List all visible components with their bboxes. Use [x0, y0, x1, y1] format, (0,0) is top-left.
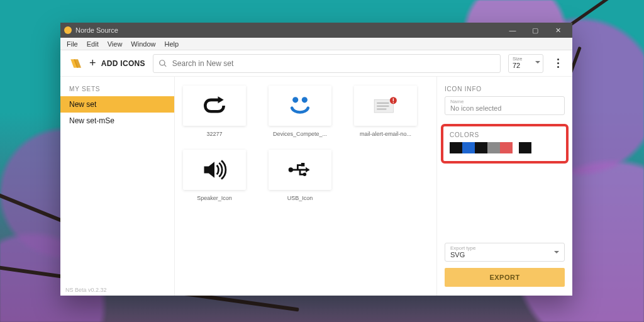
maximize-button[interactable]: ▢ — [525, 24, 546, 36]
color-swatch[interactable] — [487, 142, 500, 153]
icon-thumbnail — [269, 86, 331, 126]
overflow-menu-button[interactable] — [551, 54, 565, 73]
svg-rect-8 — [393, 103, 394, 103]
icon-thumbnail — [354, 86, 417, 126]
sidebar-item-label: New set — [69, 100, 96, 109]
menu-file[interactable]: File — [63, 39, 82, 49]
app-window: Norde Source — ▢ ✕ File Edit View Window… — [60, 23, 572, 296]
svg-point-0 — [292, 97, 298, 103]
mail-alert-icon — [372, 92, 399, 119]
export-button[interactable]: EXPORT — [445, 268, 565, 287]
window-title: Norde Source — [75, 26, 118, 34]
minimize-button[interactable]: — — [502, 24, 523, 36]
smile-icon — [286, 92, 314, 119]
colors-section-highlight: COLORS — [441, 124, 569, 164]
icon-name-field[interactable]: Name No icon selected — [445, 96, 565, 115]
menu-edit[interactable]: Edit — [83, 39, 103, 49]
size-select[interactable]: Size 72 — [508, 54, 543, 73]
icon-tile[interactable]: Speaker_Icon — [179, 150, 250, 201]
svg-point-1 — [302, 97, 308, 103]
icon-name: Devices_Compete_... — [273, 131, 327, 137]
icon-name: 32277 — [206, 131, 222, 137]
sidebar-item-set[interactable]: New set — [60, 96, 174, 113]
icon-tile[interactable]: mail-alert-email-no... — [350, 86, 421, 137]
icon-thumbnail — [183, 86, 246, 126]
icon-name: mail-alert-email-no... — [360, 131, 411, 137]
name-label: Name — [450, 99, 559, 104]
color-swatch[interactable] — [462, 142, 475, 153]
app-logo-icon — [68, 57, 82, 70]
icon-name: Speaker_Icon — [197, 195, 232, 201]
export-type-label: Export type — [450, 246, 559, 251]
menu-window[interactable]: Window — [127, 39, 159, 49]
refresh-icon — [201, 92, 228, 119]
titlebar[interactable]: Norde Source — ▢ ✕ — [60, 23, 572, 38]
chevron-down-icon — [535, 61, 540, 66]
menu-bar: File Edit View Window Help — [60, 38, 572, 50]
icon-tile[interactable]: Devices_Compete_... — [264, 86, 336, 137]
icon-tile[interactable]: USB_Icon — [264, 150, 336, 201]
add-icons-button[interactable]: + ADD ICONS — [89, 57, 145, 70]
color-swatch[interactable] — [475, 142, 487, 153]
toolbar: + ADD ICONS Size 72 — [60, 50, 572, 77]
export-button-label: EXPORT — [489, 274, 519, 281]
sidebar-item-label: New set-mSe — [69, 116, 114, 125]
icon-name: USB_Icon — [287, 195, 313, 201]
search-icon — [158, 59, 167, 68]
icon-tile[interactable]: 32277 — [179, 86, 250, 137]
export-type-select[interactable]: Export type SVG — [445, 243, 565, 262]
color-swatches — [450, 142, 560, 153]
inspector-panel: ICON INFO Name No icon selected COLORS E… — [436, 77, 572, 296]
export-type-value: SVG — [450, 251, 559, 258]
sidebar-item-set[interactable]: New set-mSe — [60, 113, 174, 129]
name-value: No icon selected — [450, 104, 559, 112]
svg-rect-11 — [301, 163, 305, 167]
icon-thumbnail — [269, 150, 331, 190]
app-icon — [64, 26, 72, 34]
add-icons-label: ADD ICONS — [101, 59, 145, 68]
close-button[interactable]: ✕ — [547, 24, 569, 36]
colors-heading: COLORS — [450, 131, 560, 138]
search-input[interactable] — [172, 59, 495, 68]
menu-view[interactable]: View — [104, 39, 126, 49]
icon-thumbnail — [183, 150, 246, 190]
version-label: NS Beta v0.2.32 — [65, 287, 107, 293]
usb-icon — [286, 156, 314, 184]
svg-rect-7 — [393, 98, 394, 101]
sidebar: MY SETS New set New set-mSe NS Beta v0.2… — [60, 77, 175, 296]
menu-help[interactable]: Help — [160, 39, 182, 49]
search-box[interactable] — [153, 54, 501, 73]
icon-info-heading: ICON INFO — [445, 86, 565, 92]
sidebar-heading: MY SETS — [60, 86, 174, 96]
color-swatch[interactable] — [519, 142, 531, 153]
icon-grid: 32277 Devices_Compete_... mail-alert-ema… — [175, 77, 436, 296]
plus-icon: + — [89, 57, 96, 70]
color-swatch[interactable] — [500, 142, 513, 153]
svg-point-12 — [303, 173, 307, 177]
color-swatch[interactable] — [450, 142, 462, 153]
chevron-down-icon — [554, 251, 559, 256]
speaker-icon — [201, 156, 228, 184]
